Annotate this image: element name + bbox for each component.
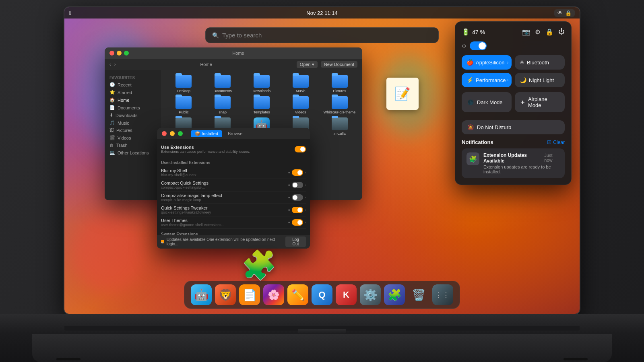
compact-toggle[interactable] bbox=[292, 182, 303, 188]
dock-item-brave[interactable]: 🦁 bbox=[215, 284, 236, 305]
folder-videos[interactable]: Videos bbox=[283, 96, 318, 114]
battery-icon: 🔋 bbox=[462, 28, 470, 36]
dock-item-marker[interactable]: ✏️ bbox=[287, 284, 308, 305]
folder-mozilla[interactable]: .mozilla bbox=[322, 117, 357, 139]
path-bar: Home bbox=[119, 62, 293, 67]
menubar-status-icons[interactable]: 👁 🔒 bbox=[554, 9, 575, 17]
ext-chevron3[interactable]: › bbox=[305, 195, 306, 200]
sidebar-item-trash[interactable]: 🗑 Trash bbox=[105, 142, 161, 149]
user-extensions-section: User-Installed Extensions bbox=[161, 160, 306, 165]
pictures-icon: 🖼 bbox=[109, 128, 114, 133]
ext-maximize-button[interactable] bbox=[178, 131, 183, 136]
clear-notifications-btn[interactable]: ☑ Clear bbox=[547, 140, 565, 145]
night-light-btn[interactable]: 🌙 Night Light bbox=[515, 73, 565, 87]
performance-btn[interactable]: ⚡ Performance › bbox=[462, 73, 512, 87]
marker-emoji: ✏️ bbox=[291, 289, 304, 301]
videos-icon: 🎬 bbox=[109, 135, 115, 140]
folder-music[interactable]: Music bbox=[283, 75, 318, 93]
gear-icon[interactable]: ⚙ bbox=[535, 28, 541, 36]
finder-emoji: 🤖 bbox=[194, 288, 208, 302]
ext-dot3: ● bbox=[288, 195, 290, 200]
folder-public[interactable]: Public bbox=[166, 96, 202, 114]
file-toolbar: ‹ › Home Open ▾ New Document bbox=[105, 59, 362, 70]
spotlight-search[interactable]: 🔍 Type to search bbox=[205, 27, 439, 43]
camera-icon[interactable]: 📷 bbox=[522, 28, 530, 36]
forward-btn[interactable]: › bbox=[114, 62, 116, 67]
lock-icon[interactable]: 🔒 bbox=[565, 10, 572, 16]
main-toggle[interactable] bbox=[470, 41, 487, 50]
dock-item-photos[interactable]: 🌸 bbox=[263, 284, 284, 305]
dock-item-grid[interactable]: ⋮⋮ bbox=[432, 284, 453, 305]
folder-templates[interactable]: Templates bbox=[244, 96, 280, 114]
folder-downloads[interactable]: Downloads bbox=[244, 75, 280, 93]
folder-snap[interactable]: snap bbox=[205, 96, 241, 114]
folder-documents[interactable]: Documents bbox=[205, 75, 241, 93]
star-icon: ⭐ bbox=[109, 90, 115, 95]
ext-chevron5[interactable]: › bbox=[305, 220, 306, 224]
themes-toggle[interactable] bbox=[292, 219, 303, 226]
new-document-btn[interactable]: New Document bbox=[321, 61, 357, 68]
notification-card: 🧩 Extension Updates Available Just now E… bbox=[462, 148, 565, 178]
close-button[interactable] bbox=[109, 51, 114, 56]
macbook-bottom bbox=[0, 314, 644, 362]
ext-chevron[interactable]: › bbox=[305, 171, 306, 175]
sidebar-item-downloads[interactable]: ⬇ Downloads bbox=[105, 111, 161, 119]
back-btn[interactable]: ‹ bbox=[109, 62, 111, 67]
folder-icon bbox=[215, 75, 231, 88]
dock-item-finder[interactable]: 🤖 bbox=[191, 284, 212, 305]
power-icon[interactable]: ⏻ bbox=[558, 28, 565, 36]
tweaker-toggle[interactable] bbox=[292, 207, 303, 213]
ext-tab-browse[interactable]: Browse bbox=[224, 130, 247, 137]
dock-item-kolibri[interactable]: K bbox=[336, 284, 357, 305]
folder-icon bbox=[254, 96, 270, 109]
apple-menu[interactable]:  bbox=[69, 10, 71, 16]
sidebar-item-home[interactable]: 🏠 Home bbox=[105, 96, 161, 104]
ext-chevron4[interactable]: › bbox=[305, 208, 306, 212]
blur-toggle[interactable] bbox=[292, 169, 303, 176]
sidebar-item-documents[interactable]: 📄 Documents bbox=[105, 104, 161, 111]
ext-blur-shell: Blur my Shell blur-my-shell@aunetx ● › bbox=[161, 167, 306, 179]
dock-item-qreate[interactable]: Q bbox=[312, 284, 332, 305]
use-extensions-row: Use Extensions Extensions can cause perf… bbox=[161, 143, 306, 157]
do-not-disturb-btn[interactable]: 🔕 Do Not Disturb bbox=[462, 120, 565, 134]
lock-icon[interactable]: 🔒 bbox=[545, 28, 553, 36]
sidebar-item-starred[interactable]: ⭐ Starred bbox=[105, 88, 161, 96]
sidebar-item-recent[interactable]: 🕐 Recent bbox=[105, 81, 161, 88]
airplane-mode-btn[interactable]: ✈ Airplane Mode bbox=[515, 92, 565, 112]
search-icon: 🔍 bbox=[212, 32, 219, 39]
battery-percent: 47 % bbox=[472, 29, 485, 35]
magic-toggle[interactable] bbox=[292, 194, 303, 201]
sidebar-item-pictures[interactable]: 🖼 Pictures bbox=[105, 127, 161, 134]
ext-minimize-button[interactable] bbox=[170, 131, 175, 136]
open-btn[interactable]: Open ▾ bbox=[297, 61, 318, 68]
file-titlebar: Home bbox=[105, 47, 362, 59]
folder-desktop[interactable]: Desktop bbox=[166, 75, 202, 93]
airplane-icon: ✈ bbox=[520, 99, 525, 105]
sidebar-item-videos[interactable]: 🎬 Videos bbox=[105, 134, 161, 142]
note-widget[interactable]: 📝 bbox=[386, 78, 419, 110]
ext-close-button[interactable] bbox=[162, 131, 167, 136]
dark-mode-btn[interactable]: 🌑 Dark Mode bbox=[462, 92, 512, 112]
dock-item-puzzle[interactable]: 🧩 bbox=[384, 284, 405, 305]
sidebar-item-music[interactable]: 🎵 Music bbox=[105, 119, 161, 127]
ext-chevron2[interactable]: › bbox=[305, 183, 306, 187]
apple-silicon-icon: 🍎 bbox=[466, 59, 473, 66]
use-extensions-toggle[interactable] bbox=[295, 146, 306, 152]
dock-item-trash[interactable]: 🗑️ bbox=[408, 284, 429, 305]
dock-item-settings[interactable]: ⚙️ bbox=[360, 284, 381, 305]
night-light-icon: 🌙 bbox=[520, 77, 526, 83]
ext-dot2: ● bbox=[288, 183, 290, 187]
qs-toggle-row: ⚙ bbox=[462, 41, 565, 50]
dock-item-pages[interactable]: 📄 bbox=[239, 284, 260, 305]
sidebar-item-other[interactable]: 💻 Other Locations bbox=[105, 149, 161, 156]
folder-whitesur[interactable]: WhiteSur-gls-theme bbox=[322, 96, 357, 114]
menubar:  Nov 22 11:14 👁 🔒 bbox=[64, 7, 580, 19]
folder-pictures[interactable]: Pictures bbox=[322, 75, 357, 93]
bg-blob-red bbox=[72, 213, 145, 294]
apple-silicon-btn[interactable]: 🍎 AppleSilicon › bbox=[462, 55, 512, 70]
ext-tab-installed[interactable]: 📦 Installed bbox=[191, 130, 222, 137]
dnd-label: Do Not Disturb bbox=[477, 124, 511, 130]
eye-icon[interactable]: 👁 bbox=[557, 10, 563, 16]
bluetooth-btn[interactable]: ✳ Bluetooth bbox=[515, 55, 565, 70]
log-out-button[interactable]: Log Out bbox=[285, 237, 306, 247]
